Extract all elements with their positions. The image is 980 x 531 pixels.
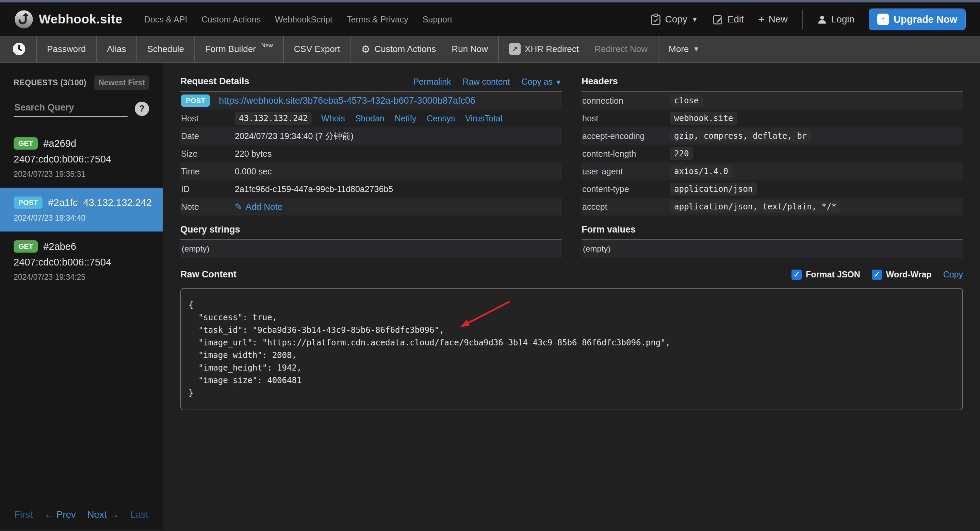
- custom-actions-label: Custom Actions: [375, 44, 436, 54]
- copy-as-dropdown[interactable]: Copy as ▼: [522, 77, 562, 87]
- size-value: 220 bytes: [235, 149, 272, 159]
- navbar-actions: Copy ▼ Edit + New Login ↑ Upgrade Now: [651, 8, 966, 30]
- request-date: 2024/07/23 19:35:31: [14, 170, 149, 179]
- whois-link[interactable]: Whois: [321, 114, 345, 124]
- toolbar-form-builder[interactable]: Form Builder New: [205, 44, 273, 54]
- shodan-link[interactable]: Shodan: [355, 114, 385, 124]
- format-json-checkbox[interactable]: ✓ Format JSON: [791, 269, 860, 280]
- toolbar-password[interactable]: Password: [47, 44, 86, 54]
- request-ip: 43.132.132.242: [83, 197, 152, 208]
- netify-link[interactable]: Netify: [395, 114, 417, 124]
- table-row-header: connection close: [582, 92, 963, 109]
- nav-link-webhookscript[interactable]: WebhookScript: [275, 14, 332, 24]
- copy-raw-link[interactable]: Copy: [943, 269, 963, 279]
- table-row-header: content-type application/json: [582, 180, 963, 198]
- new-button[interactable]: + New: [758, 13, 788, 26]
- sort-toggle-button[interactable]: Newest First: [94, 76, 149, 90]
- search-help-button[interactable]: ?: [135, 101, 149, 116]
- pagination-last[interactable]: Last: [130, 509, 148, 520]
- nav-link-docs-api[interactable]: Docs & API: [144, 14, 187, 24]
- edit-label: Edit: [727, 14, 744, 25]
- navbar: Webhook.site Docs & API Custom Actions W…: [0, 3, 980, 36]
- toolbar-custom-actions[interactable]: ⚙ Custom Actions: [361, 43, 436, 55]
- request-id: #a269d: [43, 138, 76, 149]
- toolbar-redirect-now[interactable]: Redirect Now: [595, 44, 648, 54]
- table-row-id: ID 2a1fc96d-c159-447a-99cb-11d80a2736b5: [180, 180, 562, 198]
- raw-json-body: { "success": true, "task_id": "9cba9d36-…: [189, 299, 955, 399]
- form-builder-label: Form Builder: [205, 44, 256, 54]
- toolbar-xhr-redirect[interactable]: ↗ XHR Redirect: [509, 43, 579, 55]
- request-date: 2024/07/23 19:34:40: [14, 214, 149, 223]
- time-label: Time: [181, 166, 235, 176]
- table-row-header: user-agent axios/1.4.0: [582, 163, 963, 180]
- nav-link-support[interactable]: Support: [423, 14, 453, 24]
- toolbar-schedule[interactable]: Schedule: [147, 44, 184, 54]
- header-name: user-agent: [582, 166, 670, 176]
- toolbar-more[interactable]: More ▼: [669, 44, 700, 54]
- main-content: Request Details Permalink Raw content Co…: [163, 63, 980, 529]
- raw-content-link[interactable]: Raw content: [463, 77, 510, 87]
- request-list-item[interactable]: GET #2abe6 2407:cdc0:b006::7504 2024/07/…: [0, 231, 163, 291]
- method-badge-post: POST: [181, 95, 210, 107]
- headers-title: Headers: [582, 76, 618, 87]
- chevron-down-icon: ▼: [692, 16, 698, 24]
- request-list-item-selected[interactable]: POST #2a1fc 43.132.132.242 2024/07/23 19…: [0, 188, 163, 231]
- header-value: 220: [670, 147, 693, 160]
- clipboard-icon: [651, 14, 661, 25]
- word-wrap-checkbox[interactable]: ✓ Word-Wrap: [872, 269, 932, 280]
- pencil-icon: ✎: [235, 201, 242, 212]
- headers-table: connection close host webhook.site accep…: [582, 92, 963, 216]
- upgrade-label: Upgrade Now: [894, 14, 957, 25]
- request-details-title: Request Details: [180, 76, 250, 87]
- toolbar-csv-export[interactable]: CSV Export: [294, 44, 340, 54]
- external-arrow-icon: ↗: [509, 43, 520, 55]
- nav-link-custom-actions[interactable]: Custom Actions: [202, 14, 261, 24]
- clock-icon: [12, 42, 26, 56]
- pagination-prev[interactable]: ← Prev: [44, 509, 76, 520]
- pagination-first[interactable]: First: [14, 509, 33, 520]
- header-value: application/json: [670, 182, 757, 195]
- add-note-button[interactable]: ✎ Add Note: [235, 201, 282, 212]
- brand[interactable]: Webhook.site: [14, 10, 123, 29]
- request-list-item[interactable]: GET #a269d 2407:cdc0:b006::7504 2024/07/…: [0, 128, 163, 188]
- edit-button[interactable]: Edit: [713, 14, 744, 25]
- raw-content-section: Raw Content ✓ Format JSON ✓ Word-Wrap Co…: [180, 269, 963, 411]
- table-row-size: Size 220 bytes: [180, 145, 562, 163]
- permalink-link[interactable]: Permalink: [413, 77, 451, 87]
- header-value: webhook.site: [670, 112, 737, 125]
- navbar-divider: [802, 10, 803, 29]
- table-row-header: content-length 220: [582, 145, 963, 163]
- chevron-down-icon: ▼: [693, 45, 700, 53]
- pagination-next[interactable]: Next →: [87, 509, 119, 520]
- host-label: Host: [181, 114, 235, 124]
- login-button[interactable]: Login: [817, 14, 855, 25]
- header-name: content-type: [582, 184, 670, 194]
- virustotal-link[interactable]: VirusTotal: [465, 114, 502, 124]
- censys-link[interactable]: Censys: [427, 114, 455, 124]
- copy-as-label: Copy as: [522, 77, 553, 86]
- copy-dropdown[interactable]: Copy ▼: [651, 14, 698, 25]
- date-value: 2024/07/23 19:34:40 (7 分钟前): [235, 130, 353, 142]
- plus-icon: +: [758, 13, 765, 26]
- request-date: 2024/07/23 19:34:25: [14, 273, 149, 282]
- xhr-redirect-label: XHR Redirect: [525, 44, 579, 54]
- table-row-date: Date 2024/07/23 19:34:40 (7 分钟前): [180, 127, 562, 145]
- search-input[interactable]: [14, 100, 127, 117]
- toolbar-run-now[interactable]: Run Now: [452, 44, 488, 54]
- add-note-label: Add Note: [246, 201, 282, 212]
- history-clock-button[interactable]: [12, 42, 26, 56]
- more-label: More: [669, 44, 689, 54]
- request-url-link[interactable]: https://webhook.site/3b76eba5-4573-432a-…: [219, 95, 476, 106]
- table-row-header: accept-encoding gzip, compress, deflate,…: [582, 127, 963, 145]
- request-ip: 2407:cdc0:b006::7504: [14, 257, 149, 268]
- upgrade-now-button[interactable]: ↑ Upgrade Now: [869, 8, 966, 30]
- checkbox-checked-icon: ✓: [872, 269, 882, 280]
- request-list: GET #a269d 2407:cdc0:b006::7504 2024/07/…: [0, 128, 163, 291]
- requests-sidebar: REQUESTS (3/100) Newest First ? GET #a26…: [0, 63, 163, 529]
- table-row-time: Time 0.000 sec: [180, 163, 562, 180]
- toolbar-alias[interactable]: Alias: [107, 44, 126, 54]
- header-value: close: [670, 94, 703, 107]
- nav-link-terms-privacy[interactable]: Terms & Privacy: [347, 14, 408, 24]
- header-value: axios/1.4.0: [670, 165, 732, 178]
- browser-top-strip: [0, 0, 980, 3]
